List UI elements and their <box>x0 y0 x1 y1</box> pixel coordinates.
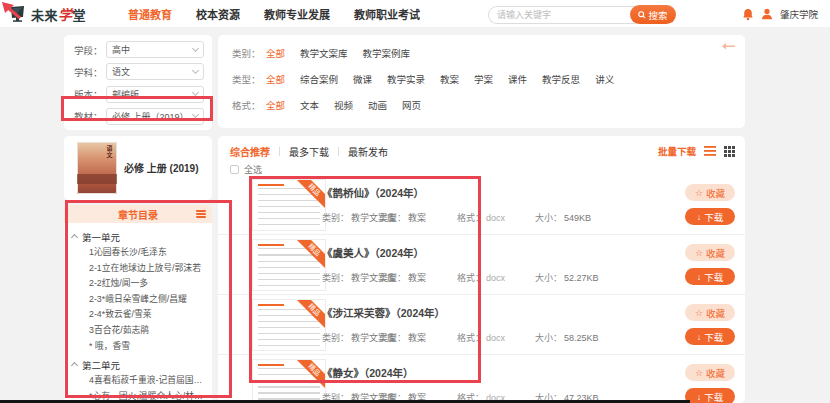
download-button[interactable]: ↓下载 <box>685 328 735 345</box>
type-option[interactable]: 课件 <box>508 72 527 86</box>
collapse-caret-icon <box>71 362 78 369</box>
nav-school-resources[interactable]: 校本资源 <box>196 6 240 22</box>
textbook-select[interactable]: 必修 上册（2019） <box>106 108 204 125</box>
bell-icon[interactable] <box>742 8 754 21</box>
book-cover-thumbnail[interactable]: 语文 <box>77 142 117 194</box>
meta-format: 格式：docx <box>457 211 505 224</box>
resource-thumbnail[interactable]: 精品 <box>252 359 326 403</box>
download-button[interactable]: ↓下载 <box>685 388 735 403</box>
sort-tab-recommended[interactable]: 综合推荐 <box>230 144 270 159</box>
filter-label: 教材： <box>74 109 106 123</box>
nav-general-education[interactable]: 普通教育 <box>128 6 172 22</box>
type-option[interactable]: 综合案例 <box>300 72 338 86</box>
format-option[interactable]: 文本 <box>300 98 319 112</box>
subject-select[interactable]: 语文 <box>106 63 204 80</box>
download-button[interactable]: ↓下载 <box>685 268 735 285</box>
type-option[interactable]: 教案 <box>440 72 459 86</box>
type-option-all[interactable]: 全部 <box>266 72 285 86</box>
type-option[interactable]: 学案 <box>474 72 493 86</box>
stage-select[interactable]: 高中 <box>106 41 204 58</box>
toc-lesson[interactable]: 2-2红烛/闻一多 <box>72 276 208 292</box>
edition-select[interactable]: 部编版 <box>106 86 204 103</box>
chevron-down-icon <box>192 89 199 96</box>
toc-lesson[interactable]: 2-4*致云雀/雪莱 <box>72 307 208 323</box>
category-option[interactable]: 教学文案库 <box>300 46 348 60</box>
nav-teacher-exam[interactable]: 教师职业考试 <box>354 6 420 22</box>
toc-list: 第一单元 1沁园春长沙/毛泽东 2-1立在地球边上放号/郭沫若 2-2红烛/闻一… <box>64 223 212 403</box>
meta-format: 格式：docx <box>457 271 505 284</box>
search-button[interactable]: 搜索 <box>630 5 676 24</box>
download-button[interactable]: ↓下载 <box>685 208 735 225</box>
sort-tab-newest[interactable]: 最新发布 <box>348 144 388 159</box>
search-input[interactable] <box>488 6 638 24</box>
toc-unit-2[interactable]: 第二单元 <box>72 356 208 373</box>
user-icon[interactable] <box>761 8 773 20</box>
collect-button[interactable]: ☆收藏 <box>685 304 735 321</box>
format-option[interactable]: 网页 <box>402 98 421 112</box>
meta-size: 大小：549KB <box>535 211 591 224</box>
type-option[interactable]: 微课 <box>353 72 372 86</box>
resource-thumbnail[interactable]: 精品 <box>252 239 326 291</box>
format-option[interactable]: 视频 <box>334 98 353 112</box>
filter-row-type: 类型： 全部 综合案例 微课 教学实录 教案 学案 课件 教学反思 讲义 <box>232 72 731 86</box>
toc-unit-1[interactable]: 第一单元 <box>72 228 208 245</box>
meta-type: 类型：教案 <box>379 271 426 284</box>
batch-download-link[interactable]: 批量下载 <box>658 144 696 158</box>
meta-size: 大小：52.27KB <box>535 271 599 284</box>
resource-thumbnail[interactable]: 精品 <box>252 299 326 351</box>
site-logo[interactable]: 未来学堂 <box>10 4 86 24</box>
toc-lesson[interactable]: 2-1立在地球边上放号/郭沫若 <box>72 261 208 277</box>
book-title: 必修 上册 (2019) <box>124 160 198 175</box>
category-option-all[interactable]: 全部 <box>266 46 285 60</box>
download-icon: ↓ <box>697 392 702 402</box>
sort-tab-most-downloaded[interactable]: 最多下载 <box>289 144 329 159</box>
type-option[interactable]: 教学实录 <box>387 72 425 86</box>
resource-title[interactable]: 《涉江采芙蓉》（2024年） <box>322 305 445 320</box>
meta-type: 类型：教案 <box>379 331 426 344</box>
collect-button[interactable]: ☆收藏 <box>685 244 735 261</box>
format-option-all[interactable]: 全部 <box>266 98 285 112</box>
meta-format: 格式：docx <box>457 331 505 344</box>
textbook-panel: 语文 必修 上册 (2019) <box>64 136 212 200</box>
resource-title[interactable]: 《虞美人》（2024年） <box>322 245 424 260</box>
download-icon: ↓ <box>697 212 702 222</box>
collect-button[interactable]: ☆收藏 <box>685 364 735 381</box>
hamburger-menu-icon[interactable] <box>196 210 206 218</box>
filter-label: 版本： <box>74 87 106 101</box>
meta-size: 大小：58.25KB <box>535 331 599 344</box>
toc-lesson[interactable]: 3百合花/茹志鹃 <box>72 323 208 339</box>
format-option[interactable]: 动画 <box>368 98 387 112</box>
grid-view-icon[interactable] <box>724 146 735 157</box>
collapse-panel-icon[interactable] <box>722 42 735 51</box>
list-view-icon[interactable] <box>704 146 716 156</box>
resource-title[interactable]: 《鹊桥仙》（2024年） <box>322 185 424 200</box>
filter-row-format: 格式： 全部 文本 视频 动画 网页 <box>232 98 731 112</box>
toc-lesson[interactable]: 4喜看稻菽千重浪-记首届国家最高… <box>72 373 208 389</box>
search-icon <box>638 11 646 19</box>
resource-thumbnail[interactable]: 精品 <box>252 179 326 231</box>
filter-label: 类别： <box>232 46 266 60</box>
filter-row-subject: 学科： 语文 <box>74 63 204 80</box>
collect-button[interactable]: ☆收藏 <box>685 184 735 201</box>
ribbon: 精品 <box>293 300 325 332</box>
type-option[interactable]: 讲义 <box>595 72 614 86</box>
nav-teacher-development[interactable]: 教师专业发展 <box>264 6 330 22</box>
toc-lesson[interactable]: * 哦，香雪 <box>72 339 208 355</box>
resource-title[interactable]: 《静女》（2024年） <box>322 365 414 380</box>
school-name[interactable]: 肇庆学院 <box>780 7 818 21</box>
select-all-checkbox[interactable] <box>230 165 239 174</box>
chevron-down-icon <box>192 67 199 74</box>
logo-icon <box>10 5 27 22</box>
toc-lesson[interactable]: 2-3*峨日朵雪峰之侧/昌耀 <box>72 292 208 308</box>
toc-panel: 章节目录 第一单元 1沁园春长沙/毛泽东 2-1立在地球边上放号/郭沫若 2-2… <box>64 205 212 403</box>
toc-lesson[interactable]: 1沁园春长沙/毛泽东 <box>72 245 208 261</box>
chevron-down-icon <box>192 111 199 118</box>
filter-label: 格式： <box>232 98 266 112</box>
type-option[interactable]: 教学反思 <box>542 72 580 86</box>
results-panel: 综合推荐 最多下载 最新发布 批量下载 全选 <box>218 136 745 403</box>
top-navigation-bar: 未来学堂 普通教育 校本资源 教师专业发展 教师职业考试 搜索 肇庆学院 <box>0 0 830 28</box>
resource-row: 精品 《虞美人》（2024年） 类别：教学文案库 类型：教案 格式：docx 大… <box>218 235 745 295</box>
star-icon: ☆ <box>695 368 703 378</box>
download-icon: ↓ <box>697 332 702 342</box>
category-option[interactable]: 教学案例库 <box>363 46 411 60</box>
